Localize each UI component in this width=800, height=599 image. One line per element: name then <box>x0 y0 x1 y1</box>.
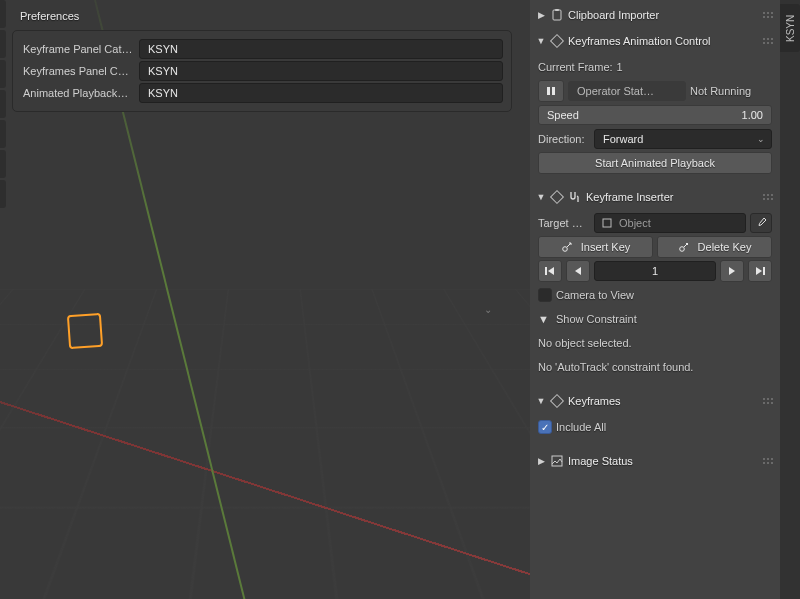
disclosure-down-icon[interactable]: ▼ <box>536 396 546 406</box>
eyedropper-button[interactable] <box>750 213 772 233</box>
svg-rect-8 <box>763 267 765 275</box>
no-autotrack-text: No 'AutoTrack' constraint found. <box>538 361 693 373</box>
disclosure-down-icon[interactable]: ▼ <box>538 313 552 325</box>
drag-grip-icon[interactable] <box>762 194 774 200</box>
frame-number-value: 1 <box>652 265 658 277</box>
camera-to-view-label: Camera to View <box>556 289 634 301</box>
tool-slot[interactable] <box>0 180 6 208</box>
delete-key-button[interactable]: Delete Key <box>657 236 772 258</box>
direction-value: Forward <box>603 133 643 145</box>
insert-key-button[interactable]: Insert Key <box>538 236 653 258</box>
preferences-title: Preferences <box>12 4 512 30</box>
panel-header-anim[interactable]: ▼ Keyframes Animation Control <box>536 30 774 52</box>
direction-label: Direction: <box>538 133 590 145</box>
panel-title: Image Status <box>568 455 758 467</box>
viewport-3d[interactable]: Preferences Keyframe Panel Cat… KSYN Key… <box>0 0 530 599</box>
insert-key-label: Insert Key <box>581 241 631 253</box>
panel-title: Clipboard Importer <box>568 9 758 21</box>
prefs-row-input[interactable]: KSYN <box>139 83 503 103</box>
prefs-row-label: Keyframe Panel Cat… <box>21 43 139 55</box>
prefs-row-input[interactable]: KSYN <box>139 39 503 59</box>
pause-button[interactable] <box>538 80 564 102</box>
delete-key-label: Delete Key <box>698 241 752 253</box>
prefs-row-value: KSYN <box>148 87 178 99</box>
prefs-row: Keyframes Panel C… KSYN <box>21 61 503 81</box>
image-icon <box>550 454 564 468</box>
side-tab-label: KSYN <box>785 14 796 41</box>
disclosure-down-icon[interactable]: ▼ <box>536 36 546 46</box>
svg-rect-7 <box>545 267 547 275</box>
speed-field[interactable]: Speed 1.00 <box>538 105 772 125</box>
drag-grip-icon[interactable] <box>762 398 774 404</box>
direction-select[interactable]: Forward ⌄ <box>594 129 772 149</box>
side-tab-ksyn[interactable]: KSYN <box>780 4 800 52</box>
object-placeholder: Object <box>619 217 651 229</box>
keyframe-diamond-icon <box>550 394 564 408</box>
svg-point-5 <box>562 247 567 252</box>
panel-title: Keyframes Animation Control <box>568 35 758 47</box>
prefs-row: Animated Playback… KSYN <box>21 83 503 103</box>
panel-header-clipboard[interactable]: ▶ Clipboard Importer <box>536 4 774 26</box>
svg-point-6 <box>679 247 684 252</box>
tool-slot[interactable] <box>0 120 6 148</box>
svg-rect-3 <box>552 87 555 95</box>
panel-body-keyframes: ✓ Include All <box>536 412 774 446</box>
include-all-checkbox[interactable]: ✓ <box>538 420 552 434</box>
frame-number-field[interactable]: 1 <box>594 261 716 281</box>
include-all-label: Include All <box>556 421 606 433</box>
panel-body-inserter: Target … Object Insert Key <box>536 208 774 386</box>
tool-slot[interactable] <box>0 0 6 28</box>
start-playback-label: Start Animated Playback <box>595 157 715 169</box>
side-panel: ▶ Clipboard Importer ▼ Keyframes Animati… <box>530 0 800 599</box>
drag-grip-icon[interactable] <box>762 38 774 44</box>
panel-header-keyframes[interactable]: ▼ Keyframes <box>536 390 774 412</box>
prefs-row: Keyframe Panel Cat… KSYN <box>21 39 503 59</box>
tool-slot[interactable] <box>0 150 6 178</box>
disclosure-right-icon[interactable]: ▶ <box>536 10 546 20</box>
tool-slot[interactable] <box>0 90 6 118</box>
panel-header-image-status[interactable]: ▶ Image Status <box>536 450 774 472</box>
no-object-text: No object selected. <box>538 337 632 349</box>
target-label: Target … <box>538 217 590 229</box>
prev-frame-button[interactable] <box>566 260 590 282</box>
panel-collapse-caret-icon[interactable]: ⌄ <box>478 304 498 314</box>
target-object-field[interactable]: Object <box>594 213 746 233</box>
panel-header-inserter[interactable]: ▼ Keyframe Inserter <box>536 186 774 208</box>
keyframe-diamond-icon <box>550 34 564 48</box>
prefs-row-input[interactable]: KSYN <box>139 61 503 81</box>
speed-value: 1.00 <box>742 109 763 121</box>
tool-slot[interactable] <box>0 30 6 58</box>
tool-slot[interactable] <box>0 60 6 88</box>
jump-last-button[interactable] <box>748 260 772 282</box>
show-constraint-label[interactable]: Show Constraint <box>556 313 637 325</box>
panel-title: Keyframes <box>568 395 758 407</box>
preferences-panel: Preferences Keyframe Panel Cat… KSYN Key… <box>12 4 512 112</box>
current-frame-label: Current Frame: <box>538 61 613 73</box>
clipboard-icon <box>550 8 564 22</box>
side-tabs: KSYN <box>780 0 800 599</box>
panel-body-anim: Current Frame: 1 Operator Stat… Not Runn… <box>536 52 774 182</box>
operator-status-value: Not Running <box>690 85 772 97</box>
current-frame-value: 1 <box>617 61 623 73</box>
drag-grip-icon[interactable] <box>762 12 774 18</box>
left-toolbar <box>0 0 6 230</box>
prefs-row-label: Keyframes Panel C… <box>21 65 139 77</box>
disclosure-down-icon[interactable]: ▼ <box>536 192 546 202</box>
drag-grip-icon[interactable] <box>762 458 774 464</box>
prefs-row-label: Animated Playback… <box>21 87 139 99</box>
svg-rect-1 <box>555 9 559 11</box>
camera-to-view-checkbox[interactable] <box>538 288 552 302</box>
preferences-box: Keyframe Panel Cat… KSYN Keyframes Panel… <box>12 30 512 112</box>
panel-title: Keyframe Inserter <box>586 191 758 203</box>
next-frame-button[interactable] <box>720 260 744 282</box>
disclosure-right-icon[interactable]: ▶ <box>536 456 546 466</box>
jump-first-button[interactable] <box>538 260 562 282</box>
chevron-down-icon: ⌄ <box>757 134 765 144</box>
object-data-icon <box>601 217 613 229</box>
start-playback-button[interactable]: Start Animated Playback <box>538 152 772 174</box>
svg-rect-9 <box>552 456 562 466</box>
tools-icon <box>568 190 582 204</box>
key-delete-icon <box>678 241 692 253</box>
selection-outline <box>67 313 103 349</box>
prefs-row-value: KSYN <box>148 65 178 77</box>
